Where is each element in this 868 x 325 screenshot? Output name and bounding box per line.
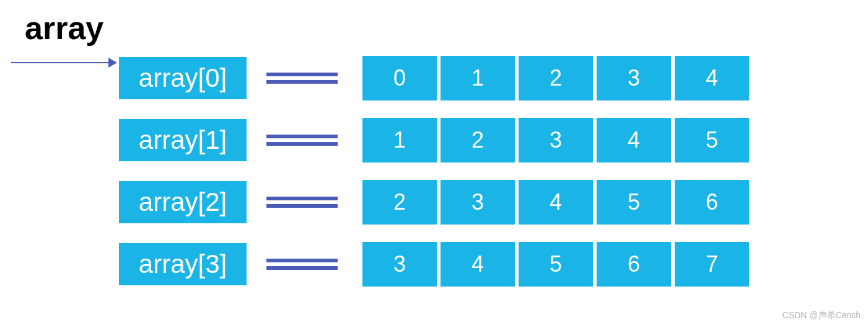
array-row: array[3] 3 4 5 6 7 bbox=[118, 242, 749, 287]
cells-group: 0 1 2 3 4 bbox=[362, 56, 749, 100]
cell: 1 bbox=[441, 56, 515, 100]
pointer-arrow-head-icon bbox=[108, 58, 117, 68]
cell: 7 bbox=[675, 242, 749, 287]
cell: 1 bbox=[362, 118, 437, 162]
cell: 3 bbox=[597, 56, 671, 100]
cell: 4 bbox=[441, 242, 515, 287]
pointer-arrow-line bbox=[11, 62, 110, 63]
cell: 2 bbox=[362, 180, 437, 225]
array-label-box: array[3] bbox=[118, 242, 248, 287]
equals-icon bbox=[266, 197, 338, 208]
cell: 2 bbox=[519, 56, 593, 100]
watermark: CSDN @声希Censh bbox=[783, 310, 861, 321]
cells-group: 2 3 4 5 6 bbox=[362, 180, 749, 225]
cell: 2 bbox=[441, 118, 515, 162]
cell: 4 bbox=[675, 56, 749, 100]
array-row: array[2] 2 3 4 5 6 bbox=[118, 180, 749, 225]
diagram-title: array bbox=[25, 9, 849, 47]
array-label-box: array[2] bbox=[118, 180, 248, 225]
cell: 3 bbox=[519, 118, 593, 162]
cell: 4 bbox=[597, 118, 671, 162]
cells-group: 3 4 5 6 7 bbox=[362, 242, 749, 287]
cell: 5 bbox=[675, 118, 749, 162]
cell: 5 bbox=[597, 180, 671, 225]
array-label-box: array[1] bbox=[118, 118, 248, 162]
array-label-box: array[0] bbox=[118, 56, 248, 100]
equals-icon bbox=[266, 259, 338, 270]
cell: 4 bbox=[519, 180, 593, 225]
array-row: array[0] 0 1 2 3 4 bbox=[118, 56, 749, 100]
cells-group: 1 2 3 4 5 bbox=[362, 118, 749, 162]
array-row: array[1] 1 2 3 4 5 bbox=[118, 118, 749, 162]
cell: 5 bbox=[519, 242, 593, 287]
rows-container: array[0] 0 1 2 3 4 array[1] 1 2 3 4 5 ar… bbox=[118, 56, 749, 304]
equals-icon bbox=[266, 73, 338, 84]
cell: 0 bbox=[362, 56, 437, 100]
cell: 3 bbox=[362, 242, 437, 287]
cell: 6 bbox=[675, 180, 749, 225]
equals-icon bbox=[266, 135, 338, 146]
cell: 6 bbox=[597, 242, 671, 287]
cell: 3 bbox=[441, 180, 515, 225]
